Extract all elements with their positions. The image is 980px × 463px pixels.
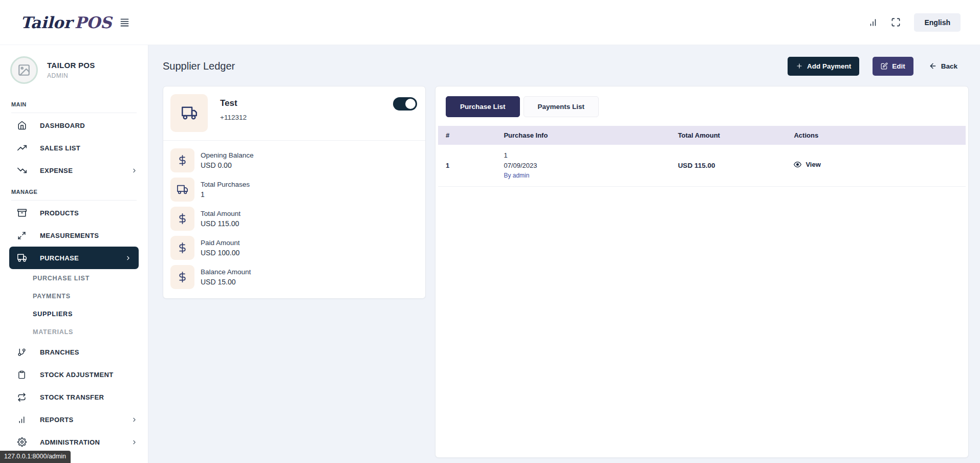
back-label: Back <box>941 62 957 70</box>
bar-chart-icon <box>868 18 878 27</box>
sidebar-item-label: BRANCHES <box>40 348 138 356</box>
plus-icon <box>796 62 803 70</box>
home-icon <box>17 121 27 130</box>
divider <box>11 200 137 201</box>
table-header-row: # Purchase Info Total Amount Actions <box>438 126 966 145</box>
sidebar-toggle-button[interactable] <box>120 17 129 27</box>
sidebar-item-dashboard[interactable]: DASHBOARD <box>0 114 148 137</box>
logo-part-1: Tailor <box>20 13 72 32</box>
sidebar-subitem-purchase-list[interactable]: PURCHASE LIST <box>0 269 148 287</box>
view-button[interactable]: View <box>794 161 820 168</box>
sidebar-item-reports[interactable]: REPORTS <box>0 408 148 431</box>
sidebar-item-stock-adjustment[interactable]: STOCK ADJUSTMENT <box>0 363 148 386</box>
table-row: 1 1 07/09/2023 By admin USD 115.00 <box>438 145 966 186</box>
dollar-icon <box>177 272 188 282</box>
app-logo[interactable]: TailorPOS <box>20 13 112 32</box>
edit-pencil-icon <box>881 62 888 70</box>
sidebar-item-administration[interactable]: ADMINISTRATION <box>0 431 148 453</box>
chevron-right-icon <box>125 255 132 261</box>
brand: TailorPOS <box>0 13 148 32</box>
avatar <box>10 56 38 84</box>
ledger-tabs: Purchase List Payments List <box>435 86 968 117</box>
column-header-num: # <box>438 126 496 145</box>
stat-label: Opening Balance <box>201 151 254 159</box>
stat-label: Total Amount <box>201 210 241 217</box>
page-actions: Add Payment Edit Back <box>788 56 961 76</box>
tab-purchase-list[interactable]: Purchase List <box>446 96 520 117</box>
tab-payments-list[interactable]: Payments List <box>524 96 599 117</box>
stat-paid-amount: Paid Amount USD 100.00 <box>170 236 417 260</box>
analytics-button[interactable] <box>868 18 878 27</box>
git-branch-icon <box>17 348 26 357</box>
nav-section-manage: MANAGE <box>0 182 148 195</box>
divider <box>11 113 137 113</box>
logo-part-2: POS <box>75 13 112 32</box>
truck-icon <box>177 184 188 195</box>
stat-value: USD 100.00 <box>201 249 240 257</box>
supplier-header: Test +112312 <box>163 86 425 140</box>
sidebar-subitem-materials[interactable]: MATERIALS <box>0 323 148 341</box>
purchase-table-wrap: # Purchase Info Total Amount Actions 1 1… <box>438 126 966 187</box>
truck-icon <box>17 253 27 262</box>
supplier-phone: +112312 <box>220 114 393 121</box>
stat-value: USD 15.00 <box>201 278 251 286</box>
chevron-right-icon <box>131 416 138 423</box>
repeat-icon <box>17 393 26 402</box>
user-profile: TAILOR POS ADMIN <box>0 45 148 94</box>
sidebar-item-label: PRODUCTS <box>40 209 138 217</box>
column-header-purchase-info: Purchase Info <box>496 126 670 145</box>
sidebar-item-measurements[interactable]: MEASUREMENTS <box>0 224 148 247</box>
purchase-id: 1 <box>504 150 662 161</box>
supplier-active-toggle[interactable] <box>393 97 417 111</box>
language-button[interactable]: English <box>914 13 961 32</box>
sidebar-item-sales-list[interactable]: SALES LIST <box>0 137 148 159</box>
stat-value: USD 115.00 <box>201 219 241 228</box>
toggle-knob <box>405 99 416 109</box>
stat-total-purchases: Total Purchases 1 <box>170 178 417 202</box>
top-bar: TailorPOS English <box>0 0 980 45</box>
sidebar-item-label: STOCK ADJUSTMENT <box>40 371 138 379</box>
sidebar-item-stock-transfer[interactable]: STOCK TRANSFER <box>0 386 148 408</box>
arrow-left-icon <box>929 62 937 70</box>
sidebar-item-expense[interactable]: EXPENSE <box>0 159 148 182</box>
sidebar-item-label: DASHBOARD <box>40 122 138 129</box>
purchase-by: By admin <box>504 171 662 181</box>
column-header-actions: Actions <box>786 126 966 145</box>
purchase-date: 07/09/2023 <box>504 161 662 171</box>
topbar-right: English <box>868 13 980 32</box>
edit-button[interactable]: Edit <box>873 57 913 76</box>
supplier-meta: Test +112312 <box>220 94 393 121</box>
sidebar-subitem-suppliers[interactable]: SUPPLIERS <box>0 305 148 323</box>
image-icon <box>17 63 31 77</box>
truck-icon <box>182 105 197 121</box>
stat-icon-tile <box>170 148 194 172</box>
stat-icon-tile <box>170 236 194 260</box>
stat-label: Paid Amount <box>201 239 240 247</box>
stat-balance-amount: Balance Amount USD 15.00 <box>170 265 417 289</box>
back-button[interactable]: Back <box>926 56 961 76</box>
supplier-card: Test +112312 Opening Balance USD 0.00 <box>163 86 426 299</box>
sidebar: TAILOR POS ADMIN MAIN DASHBOARD SALES LI… <box>0 45 148 463</box>
sidebar-subitem-payments[interactable]: PAYMENTS <box>0 287 148 305</box>
stat-icon-tile <box>170 178 194 202</box>
stat-value: 1 <box>201 190 250 199</box>
eye-icon <box>794 161 801 168</box>
trending-down-icon <box>17 166 27 175</box>
sidebar-item-label: PURCHASE <box>40 254 125 262</box>
hamburger-icon <box>120 17 129 27</box>
sidebar-item-purchase[interactable]: PURCHASE <box>9 247 139 269</box>
stat-label: Total Purchases <box>201 181 250 188</box>
bar-chart-icon <box>17 415 26 424</box>
sidebar-item-branches[interactable]: BRANCHES <box>0 341 148 363</box>
gear-icon <box>17 437 27 447</box>
supplier-icon-tile <box>170 94 208 132</box>
fullscreen-icon <box>891 17 901 27</box>
profile-name: TAILOR POS <box>47 61 95 70</box>
sidebar-item-label: STOCK TRANSFER <box>40 393 138 401</box>
dollar-icon <box>177 155 188 166</box>
stat-total-amount: Total Amount USD 115.00 <box>170 207 417 231</box>
fullscreen-button[interactable] <box>891 17 901 27</box>
page-header: Supplier Ledger Add Payment Edit Back <box>148 45 980 76</box>
sidebar-item-products[interactable]: PRODUCTS <box>0 202 148 224</box>
add-payment-button[interactable]: Add Payment <box>788 57 859 76</box>
